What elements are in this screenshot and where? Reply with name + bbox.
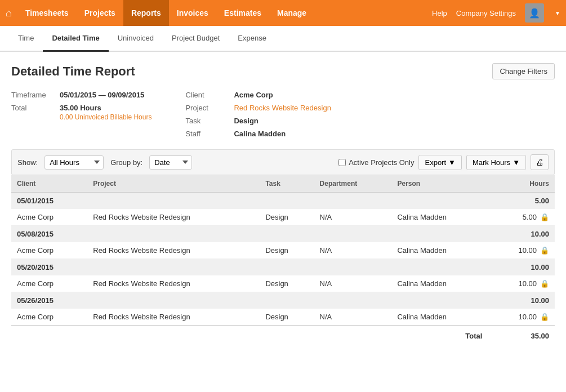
lock-icon: 🔒 — [540, 279, 549, 288]
tab-uninvoiced[interactable]: Uninvoiced — [109, 26, 163, 52]
hours-value: 10.00 — [518, 279, 537, 288]
print-button[interactable]: 🖨 — [531, 154, 549, 170]
report-title: Detailed Time Report — [11, 64, 135, 79]
export-dropdown-arrow: ▼ — [448, 158, 456, 167]
row-person: Calina Madden — [391, 309, 488, 326]
project-label: Project — [185, 104, 225, 112]
date-cell: 05/08/2015 — [11, 226, 488, 243]
row-project[interactable]: Red Rocks Website Redesign — [87, 242, 260, 259]
task-value: Design — [234, 117, 258, 125]
avatar[interactable]: 👤 — [525, 3, 544, 23]
client-label: Client — [185, 91, 225, 99]
help-link[interactable]: Help — [432, 9, 447, 17]
row-client[interactable]: Acme Corp — [11, 242, 87, 259]
date-cell: 05/01/2015 — [11, 193, 488, 210]
avatar-dropdown-arrow[interactable]: ▼ — [555, 10, 560, 16]
row-project[interactable]: Red Rocks Website Redesign — [87, 309, 260, 326]
home-icon[interactable]: ⌂ — [6, 7, 12, 19]
row-department: N/A — [314, 242, 392, 259]
date-hours-cell: 10.00 — [488, 292, 555, 309]
table-date-row: 05/08/2015 10.00 — [11, 226, 555, 243]
col-hours: Hours — [488, 175, 555, 193]
table-header: Client Project Task Department Person Ho… — [11, 175, 555, 193]
total-row-label: Total — [391, 326, 488, 346]
staff-label: Staff — [185, 130, 225, 138]
row-task[interactable]: Design — [260, 275, 314, 292]
nav-estimates[interactable]: Estimates — [216, 0, 269, 26]
table-row: Acme Corp Red Rocks Website Redesign Des… — [11, 242, 555, 259]
export-label: Export — [425, 158, 446, 167]
table-row: Acme Corp Red Rocks Website Redesign Des… — [11, 275, 555, 292]
tab-project-budget[interactable]: Project Budget — [163, 26, 229, 52]
mark-hours-button[interactable]: Mark Hours ▼ — [466, 155, 526, 170]
table-date-row: 05/01/2015 5.00 — [11, 193, 555, 210]
nav-manage[interactable]: Manage — [269, 0, 314, 26]
date-cell: 05/26/2015 — [11, 292, 488, 309]
hours-value: 10.00 — [518, 313, 537, 321]
date-hours-cell: 5.00 — [488, 193, 555, 210]
col-person: Person — [391, 175, 488, 193]
staff-row: Staff Calina Madden — [185, 130, 331, 138]
nav-reports[interactable]: Reports — [123, 0, 169, 26]
top-nav: ⌂ Timesheets Projects Reports Invoices E… — [0, 0, 566, 26]
nav-right: Help Company Settings 👤 ▼ — [432, 3, 560, 23]
report-meta: Timeframe 05/01/2015 — 09/09/2015 Total … — [11, 91, 555, 138]
col-department: Department — [314, 175, 392, 193]
row-hours: 10.00 🔒 — [488, 242, 555, 259]
nav-timesheets[interactable]: Timesheets — [17, 0, 77, 26]
tab-expense[interactable]: Expense — [229, 26, 275, 52]
row-project[interactable]: Red Rocks Website Redesign — [87, 275, 260, 292]
client-row: Client Acme Corp — [185, 91, 331, 99]
row-hours: 10.00 🔒 — [488, 275, 555, 292]
row-client[interactable]: Acme Corp — [11, 309, 87, 326]
row-department: N/A — [314, 275, 392, 292]
row-task[interactable]: Design — [260, 209, 314, 226]
date-cell: 05/20/2015 — [11, 259, 488, 276]
hours-value: 5.00 — [523, 213, 537, 221]
row-task[interactable]: Design — [260, 309, 314, 326]
active-projects-checkbox-label[interactable]: Active Projects Only — [338, 158, 414, 167]
task-label: Task — [185, 117, 225, 125]
print-icon: 🖨 — [536, 158, 543, 167]
show-select[interactable]: All Hours Billable Non-Billable — [44, 155, 104, 170]
row-department: N/A — [314, 209, 392, 226]
table-date-row: 05/26/2015 10.00 — [11, 292, 555, 309]
nav-invoices[interactable]: Invoices — [169, 0, 216, 26]
task-row: Task Design — [185, 117, 331, 125]
active-projects-checkbox[interactable] — [338, 159, 346, 166]
total-label: Total — [11, 104, 51, 112]
total-hours-value: 35.00 Hours — [60, 104, 151, 112]
sub-nav: Time Detailed Time Uninvoiced Project Bu… — [0, 26, 566, 52]
group-by-select[interactable]: Date Client Project Task Person — [149, 155, 192, 170]
row-client[interactable]: Acme Corp — [11, 275, 87, 292]
row-client[interactable]: Acme Corp — [11, 209, 87, 226]
row-task[interactable]: Design — [260, 242, 314, 259]
active-projects-label: Active Projects Only — [349, 158, 414, 167]
col-project: Project — [87, 175, 260, 193]
nav-projects[interactable]: Projects — [77, 0, 123, 26]
controls-bar: Show: All Hours Billable Non-Billable Gr… — [11, 149, 555, 175]
change-filters-button[interactable]: Change Filters — [492, 63, 555, 79]
hours-value: 10.00 — [518, 246, 537, 255]
table-row: Acme Corp Red Rocks Website Redesign Des… — [11, 309, 555, 326]
row-department: N/A — [314, 309, 392, 326]
date-hours-cell: 10.00 — [488, 226, 555, 243]
data-table: Client Project Task Department Person Ho… — [11, 175, 555, 346]
tab-detailed-time[interactable]: Detailed Time — [43, 26, 108, 52]
tab-time[interactable]: Time — [9, 26, 43, 52]
meta-left: Timeframe 05/01/2015 — 09/09/2015 Total … — [11, 91, 151, 138]
date-hours-cell: 10.00 — [488, 259, 555, 276]
timeframe-row: Timeframe 05/01/2015 — 09/09/2015 — [11, 91, 151, 99]
total-spacer — [11, 326, 391, 346]
table-row: Acme Corp Red Rocks Website Redesign Des… — [11, 209, 555, 226]
export-button[interactable]: Export ▼ — [418, 155, 461, 170]
row-project[interactable]: Red Rocks Website Redesign — [87, 209, 260, 226]
lock-icon: 🔒 — [540, 246, 549, 255]
controls-right: Active Projects Only Export ▼ Mark Hours… — [338, 154, 549, 170]
company-settings-link[interactable]: Company Settings — [456, 9, 516, 17]
project-value[interactable]: Red Rocks Website Redesign — [234, 104, 331, 112]
total-row-value: 35.00 — [488, 326, 555, 346]
main-content: Detailed Time Report Change Filters Time… — [0, 52, 566, 357]
total-hours-block: 35.00 Hours 0.00 Uninvoiced Billable Hou… — [60, 104, 151, 121]
row-hours: 5.00 🔒 — [488, 209, 555, 226]
